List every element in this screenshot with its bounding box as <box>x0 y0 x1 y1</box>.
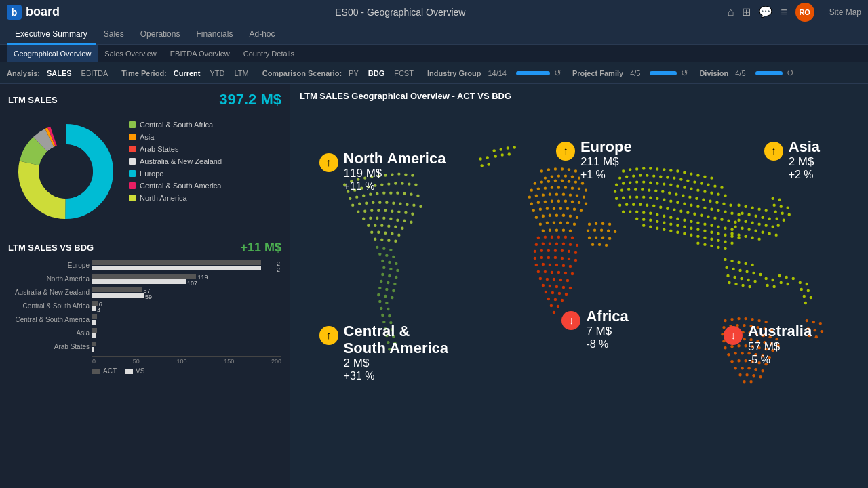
svg-point-349 <box>703 206 706 209</box>
logo-icon[interactable]: b <box>7 5 22 20</box>
svg-point-235 <box>539 277 542 280</box>
svg-point-169 <box>585 202 587 205</box>
svg-point-577 <box>494 155 497 157</box>
sub-tab-ebitda[interactable]: EBITDA Overview <box>163 45 237 62</box>
filter-bar: Analysis: SALES EBITDA Time Period: Curr… <box>0 62 868 84</box>
svg-point-233 <box>564 272 567 274</box>
tab-executive-summary[interactable]: Executive Summary <box>7 24 96 45</box>
sub-tab-country[interactable]: Country Details <box>237 45 301 62</box>
svg-point-66 <box>396 219 399 222</box>
svg-point-380 <box>669 216 672 219</box>
svg-point-537 <box>726 274 729 277</box>
legend-vs-label: VS <box>136 367 144 375</box>
project-reset[interactable]: ↺ <box>681 68 688 78</box>
svg-point-445 <box>761 231 764 234</box>
svg-point-305 <box>642 180 645 183</box>
map-region-asia-dots <box>614 167 778 250</box>
svg-point-76 <box>377 231 380 234</box>
comp-py[interactable]: PY <box>346 68 361 79</box>
svg-point-230 <box>544 270 547 273</box>
svg-point-60 <box>411 213 414 216</box>
site-map-link[interactable]: Site Map <box>829 7 861 17</box>
svg-point-249 <box>547 298 550 300</box>
bar-num-europe-vs: 2 <box>277 266 280 273</box>
scale-0: 0 <box>92 358 96 365</box>
svg-point-371 <box>727 220 730 222</box>
svg-point-173 <box>553 207 555 210</box>
time-ltm[interactable]: LTM <box>232 68 252 79</box>
chat-icon[interactable]: 💬 <box>759 5 772 18</box>
svg-point-247 <box>558 292 561 295</box>
svg-point-544 <box>741 284 744 287</box>
legend-vs: VS <box>125 367 144 375</box>
svg-point-207 <box>569 243 572 246</box>
comp-bdg[interactable]: BDG <box>366 68 387 79</box>
svg-point-306 <box>649 181 652 184</box>
svg-point-265 <box>595 237 597 239</box>
tab-sales[interactable]: Sales <box>96 24 132 45</box>
tab-operations[interactable]: Operations <box>132 24 189 45</box>
svg-point-94 <box>389 268 392 270</box>
svg-point-372 <box>734 221 736 224</box>
bar-act-europe <box>92 260 261 265</box>
bar-row-arab: Arab States <box>8 342 281 352</box>
svg-point-296 <box>693 180 696 183</box>
svg-point-289 <box>646 174 648 176</box>
svg-point-392 <box>649 219 652 222</box>
svg-point-212 <box>554 249 557 252</box>
svg-point-356 <box>625 203 628 205</box>
svg-point-514 <box>752 374 755 377</box>
svg-point-510 <box>754 368 757 371</box>
svg-point-111 <box>387 308 389 310</box>
comp-fcst[interactable]: FCST <box>391 68 416 79</box>
svg-point-6 <box>39 144 93 199</box>
sub-tab-sales[interactable]: Sales Overview <box>98 45 163 62</box>
svg-point-440 <box>771 226 774 228</box>
tab-adhoc[interactable]: Ad-hoc <box>241 24 283 45</box>
svg-point-310 <box>676 184 679 187</box>
svg-point-174 <box>559 207 562 210</box>
bar-act-nam <box>92 274 196 279</box>
industry-reset[interactable]: ↺ <box>554 68 561 78</box>
svg-point-341 <box>649 196 652 199</box>
sub-nav: Geographical Overview Sales Overview EBI… <box>0 45 868 62</box>
svg-point-280 <box>683 171 686 174</box>
svg-point-253 <box>557 305 559 308</box>
analysis-sales[interactable]: SALES <box>44 68 75 79</box>
svg-point-507 <box>734 367 736 369</box>
svg-point-162 <box>537 201 540 203</box>
time-ytd[interactable]: YTD <box>208 68 228 79</box>
svg-point-423 <box>717 246 719 249</box>
svg-point-78 <box>391 232 393 235</box>
division-reset[interactable]: ↺ <box>787 68 794 78</box>
australia-value: 57 M$ <box>748 340 812 354</box>
svg-point-291 <box>659 175 662 178</box>
tab-financials[interactable]: Financials <box>188 24 241 45</box>
svg-point-441 <box>734 226 736 228</box>
time-current[interactable]: Current <box>171 68 203 79</box>
scale-200: 200 <box>271 358 281 365</box>
svg-point-411 <box>676 231 679 234</box>
svg-point-92 <box>395 262 397 265</box>
svg-point-143 <box>530 188 533 191</box>
bookmark-icon[interactable]: ⊞ <box>742 5 751 18</box>
svg-point-165 <box>557 199 560 202</box>
svg-point-574 <box>500 148 502 150</box>
svg-point-69 <box>367 224 370 227</box>
analysis-ebitda[interactable]: EBITDA <box>79 68 111 79</box>
svg-point-391 <box>642 218 645 221</box>
svg-point-175 <box>566 207 569 210</box>
menu-icon[interactable]: ≡ <box>781 6 787 18</box>
bar-chart: Europe 2 2 North America <box>8 260 281 375</box>
home-icon[interactable]: ⌂ <box>728 6 734 18</box>
ltm-title: LTM SALES <box>8 95 58 105</box>
svg-point-238 <box>559 279 562 281</box>
australia-info: Australia 57 M$ -5 % <box>748 323 812 365</box>
svg-point-556 <box>806 283 808 285</box>
svg-point-559 <box>803 295 806 298</box>
legend-dot-europe <box>129 170 136 177</box>
user-avatar[interactable]: RO <box>795 3 814 22</box>
svg-point-569 <box>788 214 791 216</box>
sub-tab-geographical[interactable]: Geographical Overview <box>7 45 98 62</box>
svg-point-288 <box>639 174 642 176</box>
